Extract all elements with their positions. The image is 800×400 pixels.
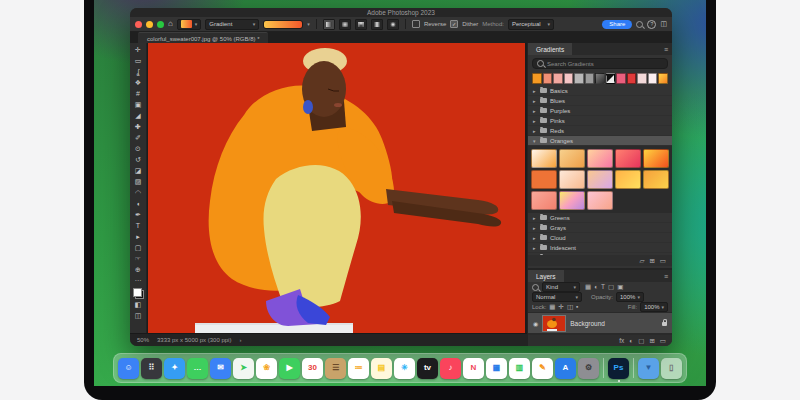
panel-menu-icon[interactable]: ≡ <box>664 46 672 53</box>
gradients-tab[interactable]: Gradients <box>528 43 572 55</box>
tool-gradient-icon[interactable]: ▨ <box>132 176 144 187</box>
filter-kind-select[interactable]: Kind ▾ <box>542 282 580 292</box>
gradient-folder-greens[interactable]: ▸Greens <box>528 213 672 223</box>
tool-quick-mask-icon[interactable]: ◧ <box>132 299 144 310</box>
adjustment-layer-icon[interactable]: ▢ <box>638 337 644 345</box>
gradient-swatch[interactable] <box>559 170 585 189</box>
gradient-swatch[interactable] <box>559 191 585 210</box>
lock-option-icon[interactable]: ✛ <box>559 303 564 311</box>
dock-icon-safari[interactable]: ✦ <box>164 358 185 379</box>
fill-select[interactable]: 100% ▾ <box>640 302 668 312</box>
dock-icon-finder[interactable]: ☺ <box>118 358 139 379</box>
delete-icon[interactable]: ▭ <box>660 257 666 265</box>
tool-path-select-icon[interactable]: ▸ <box>132 231 144 242</box>
tool-healing-icon[interactable]: ✚ <box>132 121 144 132</box>
visibility-eye-icon[interactable]: ◉ <box>533 320 538 327</box>
blend-mode-select[interactable]: Normal ▾ <box>532 292 582 302</box>
opacity-select[interactable]: 100% ▾ <box>616 292 644 302</box>
dock-icon-keynote[interactable]: ▦ <box>486 358 507 379</box>
dock-icon-news[interactable]: N <box>463 358 484 379</box>
canvas-area[interactable] <box>147 43 528 334</box>
dock-icon-system-settings[interactable]: ⚙ <box>578 358 599 379</box>
layer-row-background[interactable]: ◉ Background <box>528 313 672 333</box>
gradient-swatch[interactable] <box>587 191 613 210</box>
gradient-angle-button[interactable] <box>355 19 367 30</box>
share-button[interactable]: Share <box>602 20 632 29</box>
lock-option-icon[interactable]: ▪ <box>576 303 578 311</box>
tool-object-selection-icon[interactable]: ❖ <box>132 77 144 88</box>
gradient-folder-oranges[interactable]: ▾Oranges <box>528 136 672 146</box>
foreground-color-chip[interactable] <box>133 288 142 297</box>
recent-gradient-swatch[interactable] <box>658 73 668 84</box>
gradient-diamond-button[interactable] <box>387 19 399 30</box>
gradient-swatch[interactable] <box>531 170 557 189</box>
gradient-folder-purples[interactable]: ▸Purples <box>528 106 672 116</box>
tool-crop-icon[interactable]: # <box>132 88 144 99</box>
filter-type-icon[interactable]: ▣ <box>617 283 623 291</box>
filter-type-icon[interactable]: ◐ <box>594 283 598 291</box>
recent-gradient-swatch[interactable] <box>595 73 605 84</box>
dock-icon-numbers[interactable]: ▥ <box>509 358 530 379</box>
tool-eyedropper-icon[interactable]: ◢ <box>132 110 144 121</box>
gradient-swatch[interactable] <box>643 149 669 168</box>
gradient-swatch[interactable] <box>559 149 585 168</box>
recent-gradient-swatch[interactable] <box>606 73 616 84</box>
dock-icon-downloads[interactable]: ▼ <box>638 358 659 379</box>
dock-icon-messages[interactable]: … <box>187 358 208 379</box>
tool-blur-icon[interactable]: ◠ <box>132 187 144 198</box>
layers-tab[interactable]: Layers <box>528 270 564 282</box>
layer-mask-icon[interactable]: ◐ <box>629 337 633 344</box>
gradient-folder-grays[interactable]: ▸Grays <box>528 223 672 233</box>
recent-gradient-swatch[interactable] <box>553 73 563 84</box>
dither-checkbox[interactable]: ✓ <box>450 20 458 28</box>
dock-icon-mail[interactable]: ✉ <box>210 358 231 379</box>
tool-shape-icon[interactable]: ▢ <box>132 242 144 253</box>
gradient-swatch[interactable] <box>531 149 557 168</box>
tool-hand-icon[interactable]: ☞ <box>132 253 144 264</box>
gradient-radial-button[interactable] <box>339 19 351 30</box>
layer-effects-icon[interactable]: fx <box>619 337 624 344</box>
zoom-level[interactable]: 50% <box>137 337 149 343</box>
recent-gradient-swatch[interactable] <box>574 73 584 84</box>
gradient-swatch[interactable] <box>587 170 613 189</box>
panel-menu-icon[interactable]: ≡ <box>664 273 672 280</box>
dock-icon-tv[interactable]: tv <box>417 358 438 379</box>
gradient-folder-blues[interactable]: ▸Blues <box>528 96 672 106</box>
gradient-folder-pinks[interactable]: ▸Pinks <box>528 116 672 126</box>
tool-preset-select[interactable]: Gradient ▾ <box>205 19 259 30</box>
gradient-search-field[interactable]: Search Gradients <box>532 58 668 69</box>
tool-eraser-icon[interactable]: ◪ <box>132 165 144 176</box>
tool-dodge-icon[interactable]: ◖ <box>132 198 144 209</box>
delete-layer-icon[interactable]: ▭ <box>660 337 666 345</box>
dock-icon-pages[interactable]: ✎ <box>532 358 553 379</box>
dock-icon-launchpad[interactable]: ⠿ <box>141 358 162 379</box>
dock-icon-maps[interactable]: ➤ <box>233 358 254 379</box>
gradient-swatch[interactable] <box>615 149 641 168</box>
lock-option-icon[interactable]: ▦ <box>549 303 555 311</box>
dock-icon-music[interactable]: ♪ <box>440 358 461 379</box>
recent-gradient-swatch[interactable] <box>648 73 658 84</box>
lock-option-icon[interactable]: ◫ <box>567 303 573 311</box>
tool-pen-icon[interactable]: ✒ <box>132 209 144 220</box>
tool-history-brush-icon[interactable]: ↺ <box>132 154 144 165</box>
new-gradient-icon[interactable]: ⊞ <box>649 257 654 265</box>
dock-icon-reminders[interactable]: ≔ <box>348 358 369 379</box>
gradient-linear-button[interactable] <box>323 19 335 30</box>
dock-icon-facetime[interactable]: ▶ <box>279 358 300 379</box>
filter-type-icon[interactable]: ▢ <box>608 283 614 291</box>
tool-type-icon[interactable]: T <box>132 220 144 231</box>
status-chevron-icon[interactable]: › <box>239 337 241 343</box>
recent-gradient-swatch[interactable] <box>637 73 647 84</box>
dock-icon-notes[interactable]: ▤ <box>371 358 392 379</box>
tool-more-icon[interactable]: ⋯ <box>132 275 144 286</box>
help-icon[interactable]: ? <box>647 20 656 29</box>
new-layer-icon[interactable]: ⊞ <box>649 337 654 345</box>
close-button[interactable] <box>135 21 142 28</box>
tool-clone-stamp-icon[interactable]: ⊙ <box>132 143 144 154</box>
filter-type-icon[interactable]: T <box>601 283 605 291</box>
dock-icon-freeform[interactable]: ✳ <box>394 358 415 379</box>
tool-preset-icon[interactable]: ▾ <box>177 19 202 30</box>
gradient-folder-iridescent[interactable]: ▸Iridescent <box>528 243 672 253</box>
recent-gradient-swatch[interactable] <box>627 73 637 84</box>
workspace-icon[interactable]: ◫ <box>660 20 667 28</box>
